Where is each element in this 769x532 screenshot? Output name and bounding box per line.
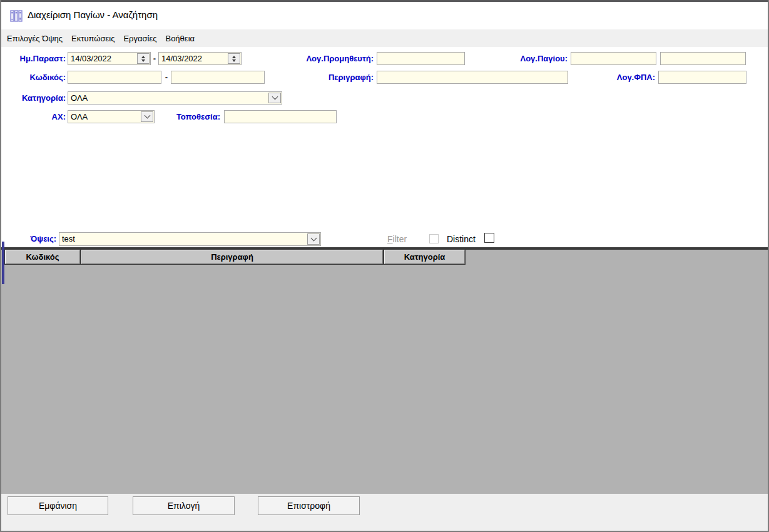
select-button[interactable]: Επιλογή (133, 496, 235, 515)
distinct-checkbox[interactable] (484, 233, 494, 243)
chevron-down-icon[interactable] (272, 94, 278, 100)
ax-label: ΑΧ: (1, 110, 66, 123)
spinner-up-icon[interactable] (232, 56, 236, 58)
asset-account-input-2[interactable] (660, 52, 746, 65)
left-edge-indicator (2, 242, 4, 284)
description-input[interactable] (377, 71, 568, 84)
title-bar: Διαχείριση Παγίων - Αναζήτηση (1, 2, 768, 29)
spinner-up-icon[interactable] (141, 56, 145, 58)
ax-dropdown[interactable]: ΟΛΑ (68, 110, 155, 123)
description-label: Περιγραφή: (264, 71, 374, 84)
menu-tasks[interactable]: Εργασίες (119, 31, 161, 46)
menu-printouts[interactable]: Εκτυπώσεις (67, 31, 119, 46)
spinner-down-icon[interactable] (141, 59, 145, 62)
filter-checkbox (429, 234, 439, 243)
location-label: Τοποθεσία: (155, 110, 220, 123)
code-from-input[interactable] (68, 71, 161, 84)
date-from-spinner[interactable] (137, 53, 150, 64)
supplier-account-input[interactable] (377, 52, 465, 65)
date-range-label: Ημ.Παραστ: (1, 52, 66, 65)
results-grid: Κωδικός Περιγραφή Κατηγορία (1, 247, 769, 494)
vat-account-label: Λογ.ΦΠΑ: (564, 71, 655, 84)
bottom-button-bar: Εμφάνιση Επιλογή Επιστροφή (1, 494, 768, 531)
code-to-input[interactable] (171, 71, 265, 84)
app-window: Διαχείριση Παγίων - Αναζήτηση Επιλογές Ό… (0, 0, 769, 532)
distinct-label: Distinct (447, 233, 476, 245)
ax-dropdown-button[interactable] (141, 111, 153, 122)
date-to-spinner[interactable] (228, 53, 240, 64)
grid-header-description[interactable]: Περιγραφή (81, 250, 383, 264)
spinner-down-icon[interactable] (232, 59, 236, 62)
supplier-account-label: Λογ.Προμηθευτή: (264, 52, 374, 65)
code-range-label: Κωδικός: (1, 71, 66, 84)
date-range-separator: - (151, 52, 158, 65)
location-input[interactable] (224, 110, 337, 123)
show-button[interactable]: Εμφάνιση (8, 496, 108, 515)
back-button[interactable]: Επιστροφή (258, 496, 360, 515)
vat-account-input[interactable] (658, 71, 746, 84)
date-to-input[interactable]: 14/03/2022 (158, 52, 242, 65)
views-dropdown-button[interactable] (307, 233, 320, 245)
window-title: Διαχείριση Παγίων - Αναζήτηση (28, 9, 158, 20)
menu-help[interactable]: Βοήθεια (161, 31, 199, 46)
code-range-separator: - (163, 71, 170, 84)
views-dropdown[interactable]: test (59, 232, 321, 246)
grid-header-code[interactable]: Κωδικός (5, 250, 80, 264)
category-dropdown-button[interactable] (268, 93, 281, 103)
views-label: Όψεις: (1, 232, 56, 246)
grid-header-category[interactable]: Κατηγορία (384, 250, 465, 264)
category-dropdown[interactable]: ΟΛΑ (68, 91, 282, 105)
category-label: Κατηγορία: (1, 91, 66, 105)
date-from-input[interactable]: 14/03/2022 (68, 52, 151, 65)
search-form-panel: Ημ.Παραστ: 14/03/2022 - 14/03/2022 Λογ.Π… (1, 47, 768, 247)
chevron-down-icon[interactable] (310, 235, 317, 241)
asset-account-label: Λογ.Παγίου: (477, 52, 568, 65)
filter-label: Filter (387, 233, 407, 245)
asset-account-input-1[interactable] (571, 52, 656, 65)
app-cabinet-icon (10, 10, 23, 23)
menu-view-options[interactable]: Επιλογές Όψης (3, 31, 67, 46)
chevron-down-icon[interactable] (144, 113, 150, 119)
menu-bar: Επιλογές Όψης Εκτυπώσεις Εργασίες Βοήθει… (1, 29, 768, 47)
